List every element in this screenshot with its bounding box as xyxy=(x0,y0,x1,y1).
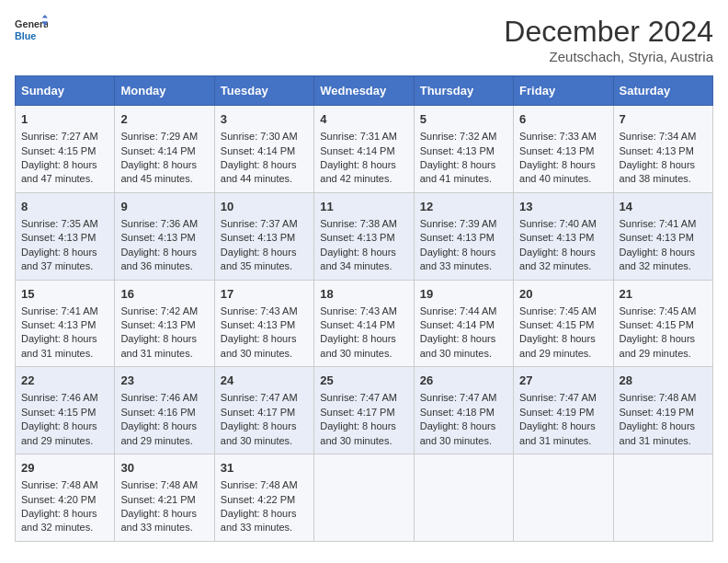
sunset-text: Sunset: 4:13 PM xyxy=(620,145,694,156)
daylight-text: Daylight: 8 hours and 32 minutes. xyxy=(519,247,596,271)
week-row-3: 15Sunrise: 7:41 AMSunset: 4:13 PMDayligh… xyxy=(16,280,713,367)
day-number: 6 xyxy=(519,111,607,128)
sunset-text: Sunset: 4:20 PM xyxy=(21,494,96,505)
day-number: 10 xyxy=(221,199,308,215)
day-number: 8 xyxy=(21,199,108,215)
daylight-text: Daylight: 8 hours and 44 minutes. xyxy=(221,159,297,184)
day-cell: 18Sunrise: 7:43 AMSunset: 4:14 PMDayligh… xyxy=(314,280,414,367)
svg-marker-2 xyxy=(42,15,48,18)
daylight-text: Daylight: 8 hours and 37 minutes. xyxy=(21,247,97,271)
day-cell: 6Sunrise: 7:33 AMSunset: 4:13 PMDaylight… xyxy=(514,106,613,193)
page-header: General Blue December 2024 Zeutschach, S… xyxy=(15,15,713,64)
sunrise-text: Sunrise: 7:41 AM xyxy=(21,305,98,316)
day-cell: 23Sunrise: 7:46 AMSunset: 4:16 PMDayligh… xyxy=(115,367,214,454)
sunrise-text: Sunrise: 7:42 AM xyxy=(120,305,198,316)
daylight-text: Daylight: 8 hours and 32 minutes. xyxy=(620,247,696,271)
col-header-friday: Friday xyxy=(514,76,613,106)
daylight-text: Daylight: 8 hours and 33 minutes. xyxy=(221,508,297,533)
sunrise-text: Sunrise: 7:46 AM xyxy=(120,392,198,403)
day-number: 5 xyxy=(420,111,507,128)
sunset-text: Sunset: 4:14 PM xyxy=(120,145,195,156)
sunrise-text: Sunrise: 7:34 AM xyxy=(620,131,697,142)
week-row-2: 8Sunrise: 7:35 AMSunset: 4:13 PMDaylight… xyxy=(16,192,713,280)
daylight-text: Daylight: 8 hours and 29 minutes. xyxy=(519,333,596,358)
day-number: 25 xyxy=(320,373,407,389)
day-cell xyxy=(613,454,712,542)
sunrise-text: Sunrise: 7:41 AM xyxy=(620,218,697,229)
daylight-text: Daylight: 8 hours and 40 minutes. xyxy=(519,159,596,184)
sunrise-text: Sunrise: 7:35 AM xyxy=(21,218,98,229)
sunset-text: Sunset: 4:14 PM xyxy=(320,319,394,330)
calendar-table: SundayMondayTuesdayWednesdayThursdayFrid… xyxy=(15,75,713,542)
day-cell xyxy=(314,454,414,542)
week-row-4: 22Sunrise: 7:46 AMSunset: 4:15 PMDayligh… xyxy=(16,367,713,454)
day-cell: 22Sunrise: 7:46 AMSunset: 4:15 PMDayligh… xyxy=(16,367,115,454)
day-number: 14 xyxy=(620,199,707,215)
day-cell: 12Sunrise: 7:39 AMSunset: 4:13 PMDayligh… xyxy=(414,192,513,280)
day-number: 9 xyxy=(120,199,208,215)
day-number: 26 xyxy=(420,373,507,389)
day-number: 18 xyxy=(320,286,407,303)
sunrise-text: Sunrise: 7:44 AM xyxy=(420,305,497,316)
daylight-text: Daylight: 8 hours and 29 minutes. xyxy=(21,420,97,445)
day-number: 31 xyxy=(221,460,308,477)
sunset-text: Sunset: 4:13 PM xyxy=(221,319,295,330)
sunset-text: Sunset: 4:14 PM xyxy=(420,319,495,330)
day-number: 1 xyxy=(21,111,108,128)
day-number: 7 xyxy=(620,111,707,128)
daylight-text: Daylight: 8 hours and 31 minutes. xyxy=(519,420,596,445)
day-number: 15 xyxy=(21,286,108,303)
sunrise-text: Sunrise: 7:45 AM xyxy=(620,305,697,316)
daylight-text: Daylight: 8 hours and 41 minutes. xyxy=(420,159,496,184)
sunrise-text: Sunrise: 7:43 AM xyxy=(320,305,397,316)
location-subtitle: Zeutschach, Styria, Austria xyxy=(504,49,713,64)
sunset-text: Sunset: 4:13 PM xyxy=(519,232,594,243)
sunrise-text: Sunrise: 7:38 AM xyxy=(320,218,397,229)
sunrise-text: Sunrise: 7:48 AM xyxy=(21,479,98,490)
day-number: 28 xyxy=(620,373,707,389)
day-cell: 24Sunrise: 7:47 AMSunset: 4:17 PMDayligh… xyxy=(214,367,313,454)
sunrise-text: Sunrise: 7:47 AM xyxy=(519,392,597,403)
day-number: 2 xyxy=(120,111,208,128)
svg-text:Blue: Blue xyxy=(15,30,36,41)
sunset-text: Sunset: 4:13 PM xyxy=(420,145,495,156)
day-cell: 31Sunrise: 7:48 AMSunset: 4:22 PMDayligh… xyxy=(214,454,313,542)
day-number: 17 xyxy=(221,286,308,303)
day-cell: 15Sunrise: 7:41 AMSunset: 4:13 PMDayligh… xyxy=(16,280,115,367)
logo: General Blue xyxy=(15,15,48,48)
daylight-text: Daylight: 8 hours and 38 minutes. xyxy=(620,159,696,184)
sunset-text: Sunset: 4:18 PM xyxy=(420,407,495,418)
day-number: 30 xyxy=(120,460,208,477)
daylight-text: Daylight: 8 hours and 42 minutes. xyxy=(320,159,396,184)
sunset-text: Sunset: 4:13 PM xyxy=(120,319,195,330)
sunset-text: Sunset: 4:19 PM xyxy=(519,407,594,418)
sunrise-text: Sunrise: 7:47 AM xyxy=(320,392,397,403)
sunset-text: Sunset: 4:13 PM xyxy=(21,232,96,243)
day-cell: 30Sunrise: 7:48 AMSunset: 4:21 PMDayligh… xyxy=(115,454,214,542)
day-cell: 8Sunrise: 7:35 AMSunset: 4:13 PMDaylight… xyxy=(16,192,115,280)
daylight-text: Daylight: 8 hours and 34 minutes. xyxy=(320,247,396,271)
day-cell xyxy=(414,454,513,542)
sunrise-text: Sunrise: 7:27 AM xyxy=(21,131,98,142)
sunrise-text: Sunrise: 7:33 AM xyxy=(519,131,597,142)
day-cell: 1Sunrise: 7:27 AMSunset: 4:15 PMDaylight… xyxy=(16,106,115,193)
day-number: 27 xyxy=(519,373,607,389)
day-cell: 27Sunrise: 7:47 AMSunset: 4:19 PMDayligh… xyxy=(514,367,613,454)
daylight-text: Daylight: 8 hours and 30 minutes. xyxy=(420,420,496,445)
sunset-text: Sunset: 4:13 PM xyxy=(221,232,295,243)
day-cell: 2Sunrise: 7:29 AMSunset: 4:14 PMDaylight… xyxy=(115,106,214,193)
daylight-text: Daylight: 8 hours and 29 minutes. xyxy=(620,333,696,358)
title-block: December 2024 Zeutschach, Styria, Austri… xyxy=(504,15,713,64)
day-number: 12 xyxy=(420,199,507,215)
day-cell: 4Sunrise: 7:31 AMSunset: 4:14 PMDaylight… xyxy=(314,106,414,193)
day-cell: 20Sunrise: 7:45 AMSunset: 4:15 PMDayligh… xyxy=(514,280,613,367)
sunrise-text: Sunrise: 7:45 AM xyxy=(519,305,597,316)
daylight-text: Daylight: 8 hours and 33 minutes. xyxy=(120,508,197,533)
daylight-text: Daylight: 8 hours and 31 minutes. xyxy=(21,333,97,358)
day-cell: 29Sunrise: 7:48 AMSunset: 4:20 PMDayligh… xyxy=(16,454,115,542)
sunset-text: Sunset: 4:13 PM xyxy=(519,145,594,156)
day-cell: 28Sunrise: 7:48 AMSunset: 4:19 PMDayligh… xyxy=(613,367,712,454)
sunset-text: Sunset: 4:17 PM xyxy=(221,407,295,418)
day-number: 3 xyxy=(221,111,308,128)
day-cell: 26Sunrise: 7:47 AMSunset: 4:18 PMDayligh… xyxy=(414,367,513,454)
